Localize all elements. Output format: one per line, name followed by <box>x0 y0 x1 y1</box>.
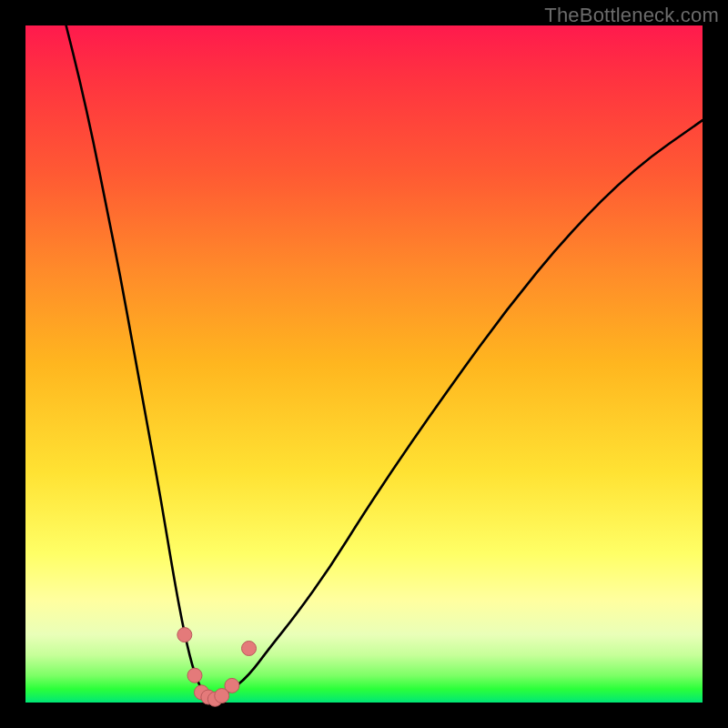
bottleneck-curve <box>66 25 703 698</box>
curve-marker <box>242 641 257 655</box>
plot-area <box>25 25 703 703</box>
curve-markers <box>177 628 257 707</box>
curve-marker <box>177 628 192 642</box>
curve-svg <box>25 25 703 703</box>
watermark-text: TheBottleneck.com <box>544 4 719 27</box>
curve-marker <box>187 668 202 682</box>
chart-frame: TheBottleneck.com <box>0 0 728 728</box>
curve-marker <box>225 678 239 693</box>
